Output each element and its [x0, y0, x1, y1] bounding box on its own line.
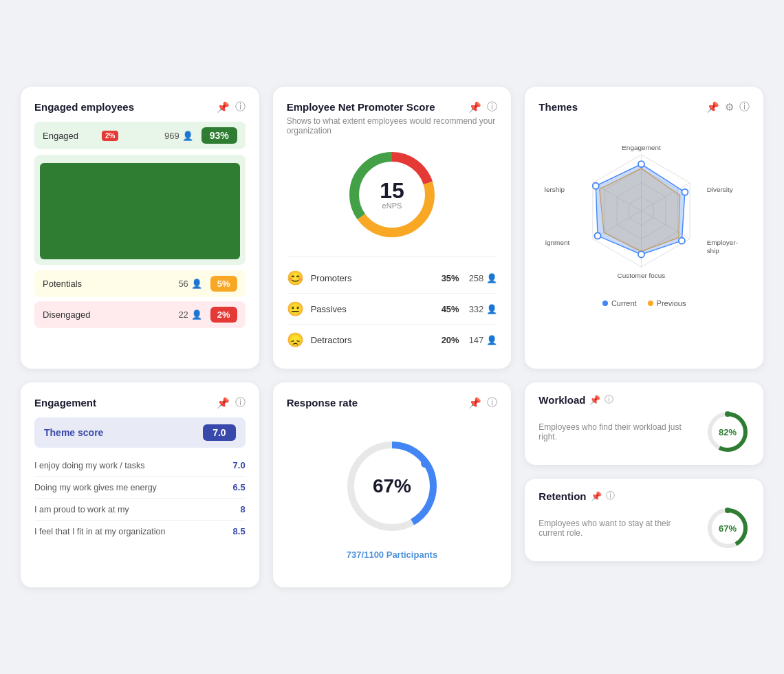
question-row-2: Doing my work gives me energy 6.5	[34, 477, 246, 499]
workload-value: 82%	[719, 427, 737, 437]
engaged-label: Engaged	[43, 131, 98, 141]
workload-desc: Employees who find their workload just r…	[538, 422, 697, 442]
enps-pin-icon[interactable]: 📌	[468, 101, 481, 113]
themes-pin-icon[interactable]: 📌	[706, 101, 719, 113]
question-text-3: I am proud to work at my	[34, 505, 240, 514]
question-score-3: 8	[240, 504, 245, 514]
themes-icons: 📌 ⚙ ⓘ	[706, 100, 750, 113]
user-icon: 👤	[182, 131, 193, 141]
svg-text:Engagement: Engagement	[622, 144, 661, 151]
engagement-header: Engagement 📌 ⓘ	[34, 396, 246, 409]
enps-header: Employee Net Promoter Score 📌 ⓘ	[287, 100, 498, 113]
theme-score-label: Theme score	[44, 427, 203, 438]
passives-icon: 👤	[486, 304, 497, 314]
detractors-emoji: 😞	[287, 331, 304, 348]
question-text-4: I feel that I fit in at my organization	[34, 527, 233, 536]
workload-body: Employees who find their workload just r…	[538, 410, 750, 454]
enps-label: eNPS	[380, 202, 404, 210]
theme-score-row: Theme score 7.0	[34, 417, 246, 448]
svg-point-16	[638, 251, 644, 257]
enps-center: 15 eNPS	[380, 180, 404, 210]
right-column: Workload 📌 ⓘ Employees who find their wo…	[525, 382, 763, 587]
detractors-count: 147 👤	[469, 335, 498, 345]
promoters-emoji: 😊	[287, 270, 304, 286]
enps-card: Employee Net Promoter Score 📌 ⓘ Shows to…	[273, 87, 512, 369]
svg-point-13	[638, 161, 644, 167]
engagement-info-icon[interactable]: ⓘ	[235, 396, 246, 409]
svg-point-15	[679, 238, 685, 244]
svg-text:Alignment: Alignment	[545, 239, 569, 246]
enps-icons: 📌 ⓘ	[468, 100, 497, 113]
promoters-icon: 👤	[486, 273, 497, 283]
detractors-row: 😞 Detractors 20% 147 👤	[287, 325, 498, 355]
disengaged-count: 22 👤	[178, 309, 202, 320]
svg-point-34	[725, 508, 730, 513]
detractors-label: Detractors	[311, 335, 442, 345]
disengaged-pct: 2%	[210, 307, 237, 323]
detractors-pct: 20%	[442, 335, 469, 345]
engaged-count: 969 👤	[164, 131, 193, 141]
response-chart: 67% 737/1100 Participants	[287, 417, 498, 574]
retention-card: Retention 📌 ⓘ Employees who want to stay…	[525, 479, 763, 561]
workload-pin-icon[interactable]: 📌	[589, 395, 600, 405]
svg-text:Diversity: Diversity	[706, 186, 732, 193]
svg-point-31	[725, 411, 730, 417]
svg-text:Customer focus: Customer focus	[617, 272, 665, 279]
response-donut: 67%	[337, 431, 447, 541]
response-participants: 737/1100 Participants	[347, 550, 437, 560]
promoters-row: 😊 Promoters 35% 258 👤	[287, 263, 498, 294]
theme-score-value: 7.0	[203, 424, 235, 441]
enps-info-icon[interactable]: ⓘ	[487, 100, 497, 113]
question-row-4: I feel that I fit in at my organization …	[34, 521, 246, 542]
response-pin-icon[interactable]: 📌	[468, 397, 481, 409]
engaged-icons: 📌 ⓘ	[217, 100, 246, 113]
svg-text:Leadership: Leadership	[545, 186, 565, 193]
retention-desc: Employees who want to stay at their curr…	[538, 519, 697, 538]
info-icon[interactable]: ⓘ	[235, 100, 246, 113]
passives-label: Passives	[311, 304, 442, 314]
enps-value: 15	[380, 180, 404, 202]
participants-current: 737/1100 Participants	[347, 550, 437, 560]
disengaged-user-icon: 👤	[191, 309, 202, 320]
response-title: Response rate	[287, 397, 358, 409]
question-score-2: 6.5	[233, 482, 246, 492]
potentials-user-icon: 👤	[191, 279, 202, 289]
potentials-row: Potentials 56 👤 5%	[34, 270, 246, 297]
response-info-icon[interactable]: ⓘ	[487, 396, 497, 409]
engagement-pin-icon[interactable]: 📌	[217, 397, 230, 409]
svg-point-17	[594, 232, 600, 239]
engagement-title: Engagement	[34, 397, 96, 409]
radar-svg: Engagement Diversity Employer- ship Cust…	[545, 122, 744, 294]
question-score-4: 8.5	[233, 526, 246, 536]
retention-title: Retention	[538, 490, 586, 502]
radar-legend: Current Previous	[602, 299, 686, 307]
response-rate-card: Response rate 📌 ⓘ 67%	[273, 382, 512, 587]
passives-pct: 45%	[442, 304, 469, 314]
engaged-bar-container	[34, 155, 246, 265]
retention-metric: 67%	[706, 506, 750, 550]
svg-point-28	[421, 459, 429, 468]
retention-body: Employees who want to stay at their curr…	[538, 506, 750, 550]
workload-title: Workload	[538, 394, 585, 406]
retention-pin-icon[interactable]: 📌	[591, 491, 602, 501]
engaged-bar	[40, 163, 240, 259]
promoters-label: Promoters	[311, 273, 442, 283]
pin-icon[interactable]: 📌	[217, 101, 230, 113]
themes-gear-icon[interactable]: ⚙	[725, 101, 734, 113]
engaged-badge: 2%	[102, 131, 118, 141]
enps-chart: 15 eNPS	[287, 146, 498, 243]
svg-point-18	[592, 183, 598, 189]
engaged-employees-card: Engaged employees 📌 ⓘ Engaged 2% 969 👤 9…	[21, 87, 259, 369]
enps-subtitle: Shows to what extent employees would rec…	[287, 116, 498, 135]
engaged-header: Engaged employees 📌 ⓘ	[34, 100, 246, 113]
themes-title: Themes	[538, 101, 578, 113]
engaged-row: Engaged 2% 969 👤 93%	[34, 122, 246, 149]
workload-info-icon[interactable]: ⓘ	[605, 393, 613, 406]
potentials-pct: 5%	[210, 276, 237, 292]
enps-title: Employee Net Promoter Score	[287, 101, 435, 113]
engagement-icons: 📌 ⓘ	[217, 396, 246, 409]
themes-info-icon[interactable]: ⓘ	[739, 100, 750, 113]
retention-info-icon[interactable]: ⓘ	[606, 490, 615, 502]
disengaged-label: Disengaged	[43, 309, 178, 320]
radar-container: Engagement Diversity Employer- ship Cust…	[538, 122, 750, 307]
